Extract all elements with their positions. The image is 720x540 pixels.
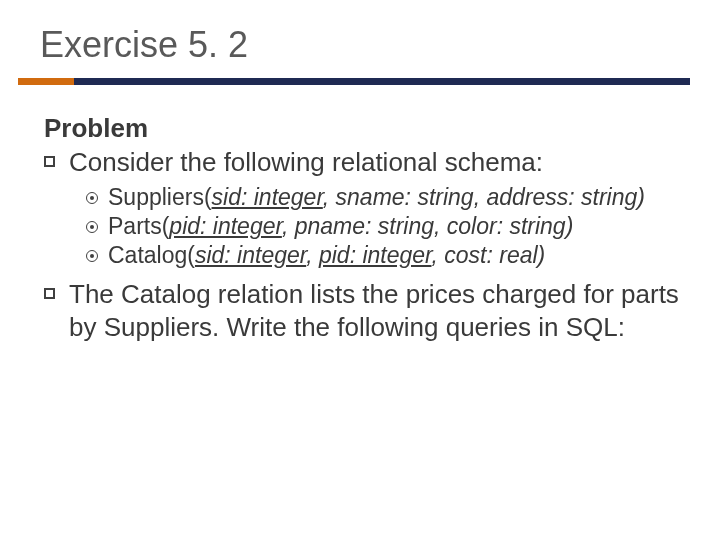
main-segment	[74, 78, 690, 85]
list-item: Catalog(sid: integer, pid: integer, cost…	[86, 241, 690, 270]
schema-list: Suppliers(sid: integer, sname: string, a…	[44, 183, 690, 269]
target-bullet-icon	[86, 250, 98, 262]
schema-parts: Parts(pid: integer, pname: string, color…	[108, 212, 573, 241]
problem-heading: Problem	[44, 113, 690, 144]
square-bullet-icon	[44, 156, 55, 167]
content-area: Problem Consider the following relationa…	[0, 113, 720, 344]
list-item: The Catalog relation lists the prices ch…	[44, 278, 690, 345]
target-bullet-icon	[86, 221, 98, 233]
target-bullet-icon	[86, 192, 98, 204]
list-item: Consider the following relational schema…	[44, 146, 690, 179]
schema-catalog: Catalog(sid: integer, pid: integer, cost…	[108, 241, 545, 270]
list-item: Parts(pid: integer, pname: string, color…	[86, 212, 690, 241]
square-bullet-icon	[44, 288, 55, 299]
list-item: Suppliers(sid: integer, sname: string, a…	[86, 183, 690, 212]
title-underline	[18, 78, 690, 85]
item-text: The Catalog relation lists the prices ch…	[69, 278, 690, 345]
slide-title: Exercise 5. 2	[0, 0, 720, 78]
schema-suppliers: Suppliers(sid: integer, sname: string, a…	[108, 183, 645, 212]
accent-segment	[18, 78, 74, 85]
item-text: Consider the following relational schema…	[69, 146, 543, 179]
